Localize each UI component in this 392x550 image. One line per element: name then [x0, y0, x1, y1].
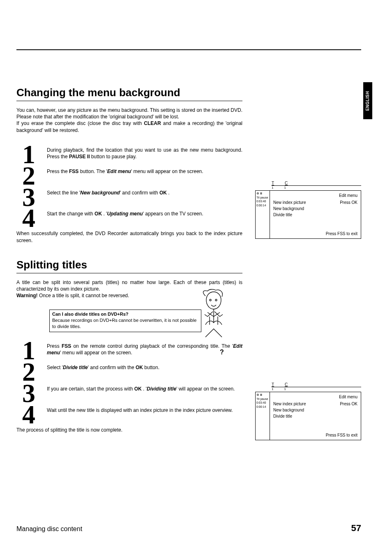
question-mark-icon: ?: [220, 349, 224, 356]
panel1-m3: Divide title: [273, 212, 357, 218]
s2-step2-text: Select 'Divide title' and confirm with t…: [47, 362, 242, 371]
top-rule: [16, 49, 361, 50]
section2: Splitting titles A title can be split in…: [16, 259, 242, 433]
main-content: Changing the menu background You can, ho…: [16, 86, 242, 433]
svg-point-0: [210, 299, 211, 301]
s1-step2-text: Press the FSS button. The 'Edit menu' me…: [47, 166, 242, 175]
panel2-header-label: Edit menu: [273, 395, 357, 399]
page-number: 57: [351, 523, 361, 534]
step-number-4b: 4: [16, 404, 41, 425]
s2-step4-text: Wait until the new title is displayed wi…: [47, 404, 242, 414]
s1-step4: 4 Start the change with OK . 'Updating m…: [16, 208, 242, 229]
s2-step4: 4 Wait until the new title is displayed …: [16, 404, 242, 425]
s1-step4-text: Start the change with OK . 'Updating men…: [47, 208, 242, 217]
tv-screen-panel-2: T C 1 1 ⊕ II Tit pause 0:03:40 0:00:14 E…: [255, 382, 361, 440]
s2-step3-text: If you are certain, start the process wi…: [47, 383, 242, 392]
language-tab: ENGLISH: [363, 82, 372, 119]
faq-box: Can I also divide titles on DVD+Rs? Beca…: [49, 310, 201, 332]
panel2-m3: Divide title: [273, 413, 357, 419]
panel1-headers: T C: [272, 181, 361, 186]
panel2-footer: Press FSS to exit: [273, 433, 357, 437]
s2-outro: The process of splitting the title is no…: [16, 427, 242, 433]
s1-step3-text: Select the line 'New background' and con…: [47, 187, 242, 196]
panel1-header-label: Edit menu: [273, 193, 357, 198]
footer-section-name: Managing disc content: [16, 525, 82, 533]
language-label: ENGLISH: [366, 91, 370, 111]
panel1-m2: New background: [273, 206, 357, 212]
page-footer: Managing disc content 57: [16, 523, 361, 534]
faq-title: Can I also divide titles on DVD+Rs?: [50, 310, 201, 317]
rec-icon-2: ⊕ II: [256, 393, 269, 397]
panel1-subheaders: 1 1: [272, 186, 361, 189]
step-number-4: 4: [16, 208, 41, 229]
panel2-left: ⊕ II Tit pause 0:03:40 0:00:14: [255, 392, 270, 440]
s1-outro: When successfully completed, the DVD Rec…: [16, 230, 242, 243]
panel2-right: Edit menu New index picturePress OK New …: [270, 392, 361, 440]
s1-step2: 2 Press the FSS button. The 'Edit menu' …: [16, 166, 242, 186]
panel1-right: Edit menu New index picturePress OK New …: [270, 190, 361, 239]
s1-intro-2a: If you erase the complete disc (close th…: [16, 120, 144, 126]
s1-step3: 3 Select the line 'New background' and c…: [16, 187, 242, 208]
panel2-m2: New background: [273, 407, 357, 413]
s2-step3: 3 If you are certain, start the process …: [16, 383, 242, 404]
person-illustration: [193, 288, 234, 345]
section1-intro: You can, however, use any picture as the…: [16, 107, 242, 134]
s2-step2: 2 Select 'Divide title' and confirm with…: [16, 362, 242, 382]
s1-step1: 1 During playback, find the location tha…: [16, 144, 242, 165]
s2-warning: Warning!: [16, 293, 38, 298]
section1-rule: [16, 101, 242, 101]
s1-intro-1: You can, however, use any picture as the…: [16, 107, 242, 120]
s1-intro-clear: CLEAR: [144, 120, 161, 126]
panel2-subheaders: 1 1: [272, 387, 361, 391]
section2-title: Splitting titles: [16, 259, 242, 271]
panel1-m1: New index picturePress OK: [273, 199, 357, 206]
section1-title: Changing the menu background: [16, 86, 242, 99]
panel1-body: ⊕ II Tit pause 0:03:40 0:00:14 Edit menu…: [255, 190, 361, 239]
panel1-footer: Press FSS to exit: [273, 231, 357, 236]
panel2-headers: T C: [272, 382, 361, 387]
panel2-m1: New index picturePress OK: [273, 401, 357, 407]
panel1-left: ⊕ II Tit pause 0:03:40 0:00:14: [255, 190, 270, 239]
tv-screen-panel-1: T C 1 1 ⊕ II Tit pause 0:03:40 0:00:14 E…: [255, 181, 361, 239]
s2-intro-2b: Once a title is split, it cannot be reve…: [38, 293, 129, 298]
faq-body: Because recordings on DVD+Rs cannot be o…: [50, 317, 201, 332]
panel2-body: ⊕ II Tit pause 0:03:40 0:00:14 Edit menu…: [255, 392, 361, 440]
svg-point-1: [215, 299, 217, 301]
s1-step1-text: During playback, find the location that …: [47, 144, 242, 160]
section2-rule: [16, 273, 242, 273]
rec-icon: ⊕ II: [256, 192, 269, 196]
